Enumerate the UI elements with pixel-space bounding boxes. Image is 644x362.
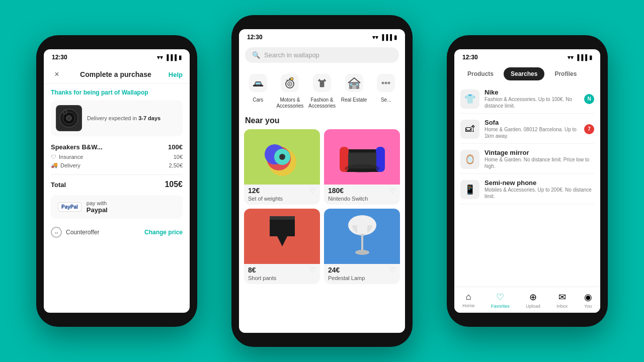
svg-rect-17 <box>352 85 356 89</box>
right-status-bar: 12:30 ▾▾ ▐▐▐ ▮ <box>454 49 600 63</box>
tab-products[interactable]: Products <box>460 67 501 80</box>
left-phone-notch <box>87 35 147 49</box>
product-card-weights[interactable]: 12€ ♡ Set of weights <box>244 129 320 205</box>
upload-label: Upload <box>526 304 540 309</box>
switch-svg <box>337 139 387 174</box>
svg-point-34 <box>345 164 380 172</box>
svg-rect-36 <box>361 234 363 251</box>
weights-svg <box>260 134 305 179</box>
category-cars[interactable]: Cars <box>242 71 274 109</box>
pay-with-label: pay with <box>87 200 108 206</box>
search-item-nike[interactable]: 👕 Nike Fashion & Accessories. Up to 100€… <box>460 84 594 114</box>
svg-point-37 <box>355 250 369 255</box>
nike-info: Nike Fashion & Accessories. Up to 100€. … <box>485 88 579 109</box>
motors-label: Motors & Accessories <box>274 97 306 109</box>
upload-icon: ⊕ <box>529 292 537 303</box>
weights-name: Set of weights <box>244 196 320 205</box>
delivery-row: 🚚 Delivery 2,50€ <box>51 161 183 169</box>
products-grid: 12€ ♡ Set of weights <box>239 129 405 284</box>
more-label: Se... <box>381 97 391 103</box>
search-item-sofa[interactable]: 🛋 Sofa Home & Garden. 08012 Barcelona. U… <box>460 115 594 144</box>
svg-rect-18 <box>350 83 352 85</box>
product-card: Delivery expected in 3-7 days <box>51 100 183 136</box>
change-price-button[interactable]: Change price <box>144 229 183 236</box>
counteroffer-row: ↔ Counteroffer Change price <box>44 223 190 242</box>
speaker-image-svg <box>57 106 81 130</box>
product-card-switch[interactable]: 180€ ♡ Nintendo Switch <box>324 129 400 205</box>
lamp-name: Pedestal Lamp <box>324 275 400 284</box>
svg-point-23 <box>388 82 390 84</box>
lamp-heart-icon[interactable]: ♡ <box>389 266 396 274</box>
shield-icon: 🛡 <box>51 154 56 160</box>
nav-inbox[interactable]: ✉ Inbox <box>556 292 568 309</box>
right-time: 12:30 <box>462 54 478 61</box>
pants-price: 8€ <box>248 266 256 274</box>
category-real-estate[interactable]: Real Estate <box>338 71 370 109</box>
search-tabs: Products Searches Profiles <box>454 63 600 80</box>
help-button[interactable]: Help <box>169 71 183 78</box>
nav-you[interactable]: ◉ You <box>584 292 592 309</box>
near-you-title: Near you <box>239 113 405 129</box>
total-label: Total <box>51 181 66 189</box>
center-wifi-icon: ▾▾ <box>372 34 378 41</box>
sofa-info: Sofa Home & Garden. 08012 Barcelona. Up … <box>485 119 579 139</box>
search-item-mirror[interactable]: 🪞 Vintage mirror Home & Garden. No dista… <box>460 145 594 174</box>
svg-rect-19 <box>356 83 358 85</box>
sofa-badge: 7 <box>584 124 594 134</box>
mirror-info: Vintage mirror Home & Garden. No distanc… <box>485 149 594 169</box>
weights-image <box>244 129 320 185</box>
payment-row[interactable]: PayPal pay with Paypal <box>51 195 183 219</box>
profile-icon: ◉ <box>584 292 592 303</box>
delivery-price: 2,50€ <box>169 162 183 168</box>
nav-home[interactable]: ⌂ Home <box>462 292 474 308</box>
counteroffer-info: ↔ Counteroffer <box>51 227 100 238</box>
category-more[interactable]: Se... <box>370 71 402 109</box>
search-bar[interactable]: 🔍 Search in wallapop <box>245 47 399 63</box>
switch-price: 180€ <box>328 187 344 195</box>
paypal-logo: PayPal <box>58 202 82 212</box>
real-estate-label: Real Estate <box>341 97 367 103</box>
left-status-bar: 12:30 ▾▾ ▐▐▐ ▮ <box>44 49 190 63</box>
svg-rect-7 <box>260 85 262 86</box>
tab-searches[interactable]: Searches <box>504 67 544 80</box>
right-phone-screen: 12:30 ▾▾ ▐▐▐ ▮ Products Searches Profile… <box>454 49 600 313</box>
lamp-price-row: 24€ ♡ <box>324 264 400 275</box>
product-card-pants[interactable]: 8€ ♡ Short pants <box>244 209 320 284</box>
lamp-image <box>324 209 400 264</box>
real-estate-icon <box>342 71 366 95</box>
nav-favorites[interactable]: ♡ Favorites <box>491 292 510 309</box>
product-name-row: Speakers B&W... 100€ <box>51 141 183 153</box>
left-time: 12:30 <box>52 54 67 61</box>
close-button[interactable]: × <box>51 68 63 80</box>
weights-price-row: 12€ ♡ <box>244 185 320 196</box>
sofa-title: Sofa <box>485 119 579 126</box>
product-card-lamp[interactable]: 24€ ♡ Pedestal Lamp <box>324 209 400 284</box>
categories-row: Cars Motors & Accessories <box>239 67 405 113</box>
tab-profiles[interactable]: Profiles <box>547 67 584 80</box>
svg-point-12 <box>289 83 291 85</box>
purchase-header: × Complete a purchase Help <box>44 63 190 84</box>
center-battery-icon: ▮ <box>394 34 397 41</box>
center-phone-notch <box>292 15 352 29</box>
svg-rect-8 <box>256 82 261 84</box>
category-fashion[interactable]: Fashion & Accessories <box>306 71 338 109</box>
total-price: 105€ <box>165 180 183 189</box>
favorites-icon: ♡ <box>496 292 504 303</box>
switch-heart-icon[interactable]: ♡ <box>389 187 396 195</box>
category-motors[interactable]: Motors & Accessories <box>274 71 306 109</box>
svg-point-28 <box>279 154 285 160</box>
insurance-price: 10€ <box>174 154 183 160</box>
left-phone-screen: 12:30 ▾▾ ▐▐▐ ▮ × Complete a purchase Hel… <box>44 49 190 313</box>
total-row: Total 105€ <box>44 178 190 191</box>
weights-heart-icon[interactable]: ♡ <box>309 187 316 195</box>
thanks-text: Thanks for being part of Wallapop <box>44 84 190 100</box>
nav-upload[interactable]: ⊕ Upload <box>526 292 540 309</box>
product-info: Speakers B&W... 100€ 🛡 Insurance 10€ 🚚 D… <box>51 141 183 169</box>
search-item-phone[interactable]: 📱 Semi-new phone Mobiles & Accessories. … <box>460 175 594 204</box>
phone-icon: 📱 <box>460 180 479 199</box>
switch-price-row: 180€ ♡ <box>324 185 400 196</box>
payment-method: Paypal <box>87 206 108 214</box>
svg-point-3 <box>66 116 71 121</box>
pants-heart-icon[interactable]: ♡ <box>309 266 316 274</box>
center-status-bar: 12:30 ▾▾ ▐▐▐ ▮ <box>239 29 405 43</box>
